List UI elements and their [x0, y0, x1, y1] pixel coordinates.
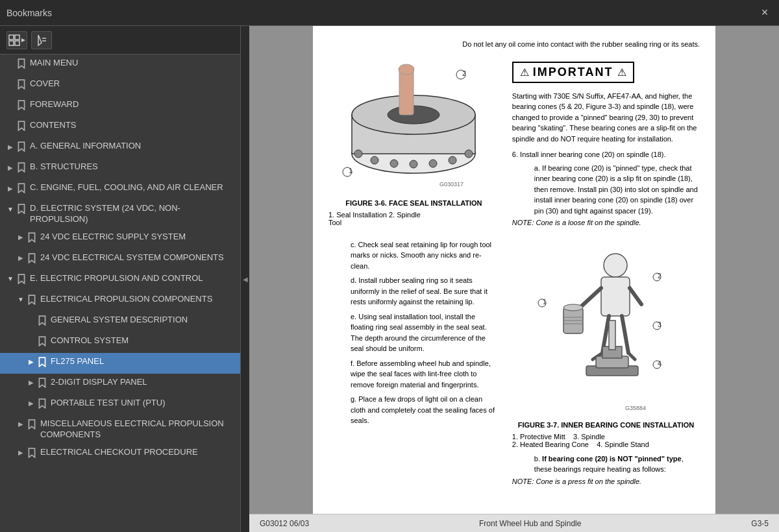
- item-label: C. ENGINE, FUEL, COOLING, AND AIR CLEANE…: [30, 182, 236, 193]
- footer-right: G3-5: [751, 519, 769, 528]
- svg-point-17: [465, 150, 473, 158]
- step-g: g. Place a few drops of light oil on a c…: [351, 394, 499, 426]
- item-label: PORTABLE TEST UNIT (PTU): [51, 398, 236, 409]
- item-label: D. ELECTRIC SYSTEM (24 VDC, NON-PROPULSI…: [30, 203, 236, 225]
- svg-rect-0: [9, 35, 14, 40]
- svg-point-20: [399, 64, 414, 75]
- expand-icon[interactable]: ▶: [16, 448, 26, 458]
- note-2: NOTE: Cone is a press fit on the spindle…: [512, 478, 700, 485]
- expand-icon[interactable]: ▼: [5, 204, 16, 214]
- sidebar-item-a-general[interactable]: ▶ A. GENERAL INFORMATION: [0, 138, 240, 158]
- step-c: c. Check seal seat retaining lip for rou…: [351, 239, 499, 272]
- expand-icon[interactable]: ▶: [16, 232, 26, 243]
- sidebar-item-2digit[interactable]: ▶ 2-DIGIT DISPLAY PANEL: [0, 374, 240, 394]
- svg-point-26: [604, 254, 627, 277]
- bookmark-icon: [17, 79, 26, 90]
- svg-point-15: [429, 160, 437, 167]
- expand-icon[interactable]: ▶: [5, 162, 16, 173]
- svg-rect-2: [9, 41, 14, 45]
- expand-icon[interactable]: ▶: [16, 419, 26, 429]
- sidebar-item-checkout[interactable]: ▶ ELECTRICAL CHECKOUT PROCEDURE: [0, 444, 240, 465]
- item-label: FL275 PANEL: [51, 356, 236, 367]
- expand-icon[interactable]: ▼: [16, 295, 26, 305]
- item-label: FOREWARD: [30, 99, 236, 110]
- svg-point-36: [563, 304, 583, 311]
- sidebar-item-ptu[interactable]: ▶ PORTABLE TEST UNIT (PTU): [0, 394, 240, 415]
- item-label: 24 VDC ELECTRIC SUPPLY SYSTEM: [40, 232, 236, 243]
- svg-point-14: [410, 160, 417, 168]
- expand-icon[interactable]: ▼: [5, 274, 16, 284]
- sidebar-item-e-propulsion[interactable]: ▼ E. ELECTRIC PROPULSION AND CONTROL: [0, 270, 240, 291]
- sidebar-item-misc-elec[interactable]: ▶ MISCELLANEOUS ELECTRICAL PROPULSION CO…: [0, 415, 240, 444]
- svg-rect-3: [15, 41, 19, 45]
- bookmarks-expand-btn[interactable]: [31, 31, 52, 49]
- step-f: f. Before assembling wheel hub and spind…: [351, 358, 499, 391]
- bookmarks-view-btn[interactable]: [6, 31, 27, 49]
- note-1: NOTE: Cone is a loose fit on the spindle…: [512, 219, 700, 226]
- bookmark-icon: [17, 183, 26, 193]
- bookmark-icon: [17, 100, 26, 110]
- figure-37-image: 1 2 3 4: [512, 246, 700, 415]
- bookmark-icon: [17, 121, 26, 131]
- step-6: 6. Install inner bearing cone (20) on sp…: [512, 149, 700, 160]
- expand-icon[interactable]: ▶: [5, 141, 16, 152]
- sidebar-item-cover[interactable]: ▶ COVER: [0, 75, 240, 96]
- sidebar-item-24vdc-supply[interactable]: ▶ 24 VDC ELECTRIC SUPPLY SYSTEM: [0, 228, 240, 249]
- bookmarks-tree: ▶ MAIN MENU ▶ COVER ▶ FOREWARD: [0, 54, 240, 532]
- step-e: e. Using seal installation tool, install…: [351, 311, 499, 354]
- sidebar-item-b-structures[interactable]: ▶ B. STRUCTURES: [0, 158, 240, 179]
- bookmark-icon: [27, 448, 36, 458]
- sidebar-item-contents[interactable]: ▶ CONTENTS: [0, 117, 240, 138]
- bookmark-icon: [27, 419, 36, 429]
- expand-icon[interactable]: ▶: [16, 253, 26, 263]
- svg-rect-1: [15, 35, 19, 40]
- svg-rect-19: [399, 69, 414, 115]
- main-layout: ▶ MAIN MENU ▶ COVER ▶ FOREWARD: [0, 26, 779, 532]
- svg-rect-40: [609, 320, 615, 350]
- svg-point-13: [390, 160, 398, 167]
- important-box: ⚠ IMPORTANT ⚠: [512, 62, 634, 83]
- bookmark-icon: [38, 315, 47, 326]
- item-label: ELECTRICAL CHECKOUT PROCEDURE: [40, 447, 236, 458]
- expand-icon[interactable]: ▶: [5, 183, 16, 193]
- collapse-sidebar-button[interactable]: ◀: [240, 26, 249, 532]
- item-label: COVER: [30, 79, 236, 90]
- sidebar-item-main-menu[interactable]: ▶ MAIN MENU: [0, 54, 240, 75]
- bookmark-icon: [17, 162, 26, 173]
- bookmark-icon: [38, 398, 47, 409]
- item-label: E. ELECTRIC PROPULSION AND CONTROL: [30, 273, 236, 284]
- expand-icon[interactable]: ▶: [26, 398, 36, 409]
- expand-icon[interactable]: ▶: [26, 378, 36, 388]
- sidebar-item-24vdc-components[interactable]: ▶ 24 VDC ELECTRICAL SYSTEM COMPONENTS: [0, 249, 240, 270]
- item-label: 24 VDC ELECTRICAL SYSTEM COMPONENTS: [40, 252, 236, 263]
- figure-36-caption: FIGURE 3-6. FACE SEAL INSTALLATION: [328, 199, 499, 207]
- document-view[interactable]: Do not let any oil come into contact wit…: [249, 26, 779, 514]
- sidebar-item-elec-prop-comp[interactable]: ▼ ELECTRICAL PROPULSION COMPONENTS: [0, 291, 240, 311]
- sidebar-item-foreward[interactable]: ▶ FOREWARD: [0, 96, 240, 117]
- figure-37-caption: FIGURE 3-7. INNER BEARING CONE INSTALLAT…: [512, 421, 700, 429]
- sidebar-item-d-electric[interactable]: ▼ D. ELECTRIC SYSTEM (24 VDC, NON-PROPUL…: [0, 200, 240, 228]
- svg-line-31: [622, 316, 628, 353]
- figure-37-items: 1. Protective Mitt 3. Spindle 2. Heated …: [512, 433, 700, 448]
- sidebar-item-general-system[interactable]: ▶ GENERAL SYSTEM DESCRIPTION: [0, 311, 240, 332]
- bookmark-icon: [27, 232, 36, 243]
- close-button[interactable]: ×: [757, 5, 773, 21]
- step-d: d. Install rubber sealing ring so it sea…: [351, 275, 499, 308]
- sidebar-header: Bookmarks ×: [0, 0, 779, 26]
- bookmark-icon: [17, 274, 26, 284]
- sidebar-item-fl275[interactable]: ▶ FL275 PANEL: [0, 353, 240, 374]
- svg-text:G030317: G030317: [439, 181, 464, 187]
- item-label: ELECTRICAL PROPULSION COMPONENTS: [40, 294, 236, 305]
- status-bar: G03012 06/03 Front Wheel Hub and Spindle…: [249, 514, 779, 532]
- svg-point-12: [371, 156, 378, 164]
- sidebar-item-control-system[interactable]: ▶ CONTROL SYSTEM: [0, 332, 240, 353]
- page-content: Do not let any oil come into contact wit…: [313, 26, 715, 514]
- item-label: B. STRUCTURES: [30, 162, 236, 173]
- sidebar-title: Bookmarks: [6, 8, 752, 18]
- content-pane: Do not let any oil come into contact wit…: [249, 26, 779, 532]
- bookmark-icon: [17, 141, 26, 152]
- expand-icon[interactable]: ▶: [26, 357, 36, 367]
- svg-line-33: [628, 353, 635, 359]
- svg-point-16: [449, 156, 456, 164]
- sidebar-item-c-engine[interactable]: ▶ C. ENGINE, FUEL, COOLING, AND AIR CLEA…: [0, 179, 240, 200]
